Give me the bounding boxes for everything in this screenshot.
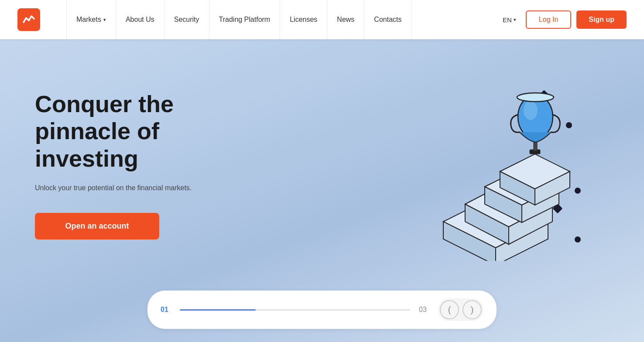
nav-news[interactable]: News xyxy=(327,0,364,39)
hero-section: Conquer the pinnacle of investing Unlock… xyxy=(0,0,644,342)
signup-button[interactable]: Sign up xyxy=(576,10,627,29)
nav-about-us[interactable]: About Us xyxy=(116,0,164,39)
login-button[interactable]: Log In xyxy=(526,10,571,29)
svg-point-15 xyxy=(524,101,538,120)
slider-total: 03 xyxy=(419,306,429,314)
main-nav: Markets ▾ About Us Security Trading Plat… xyxy=(66,0,498,39)
slider-container: 01 03 ( ) xyxy=(147,291,497,329)
nav-licenses[interactable]: Licenses xyxy=(280,0,327,39)
chevron-down-icon: ▾ xyxy=(514,17,516,23)
nav-trading-platform[interactable]: Trading Platform xyxy=(209,0,281,39)
slider-controls: ( ) xyxy=(438,298,483,321)
slider-track xyxy=(180,309,410,311)
slider-prev-button[interactable]: ( xyxy=(440,300,459,319)
open-account-button[interactable]: Open an account xyxy=(35,213,159,239)
hero-subtitle: Unlock your true potential on the financ… xyxy=(35,184,262,192)
slider-fill xyxy=(180,309,256,311)
navbar: Markets ▾ About Us Security Trading Plat… xyxy=(0,0,644,39)
nav-contacts[interactable]: Contacts xyxy=(364,0,411,39)
chevron-down-icon: ▾ xyxy=(103,17,106,23)
chevron-left-icon: ( xyxy=(448,305,451,314)
chevron-right-icon: ) xyxy=(471,305,474,314)
hero-text: Conquer the pinnacle of investing Unlock… xyxy=(35,90,262,239)
language-selector[interactable]: EN ▾ xyxy=(498,14,521,26)
navbar-right: EN ▾ Log In Sign up xyxy=(498,10,627,29)
slider-current: 01 xyxy=(161,306,171,314)
logo[interactable] xyxy=(17,8,40,31)
nav-markets[interactable]: Markets ▾ xyxy=(66,0,116,39)
hero-illustration xyxy=(408,60,618,261)
hero-title: Conquer the pinnacle of investing xyxy=(35,90,262,171)
hero-slider: 01 03 ( ) xyxy=(0,282,644,342)
hero-content: Conquer the pinnacle of investing Unlock… xyxy=(0,39,644,282)
svg-point-16 xyxy=(517,93,554,102)
slider-next-button[interactable]: ) xyxy=(462,300,482,319)
nav-security[interactable]: Security xyxy=(164,0,209,39)
